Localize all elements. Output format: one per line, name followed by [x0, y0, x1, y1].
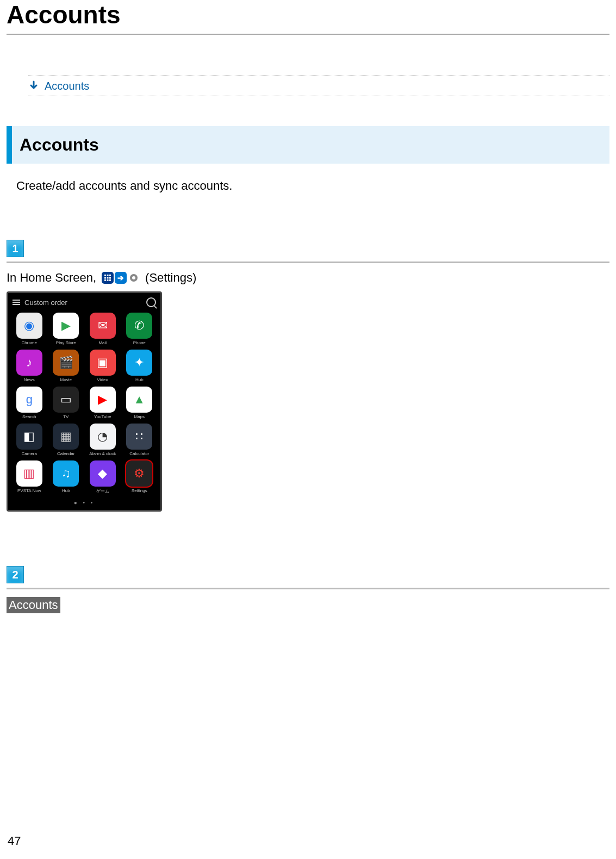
page-number: 47: [8, 834, 21, 848]
phone-app: ▶Play Store: [49, 313, 83, 345]
app-icon: ♪: [16, 350, 42, 376]
app-label: ゲーム: [96, 488, 109, 494]
app-label: Alarm & clock: [89, 451, 116, 456]
svg-rect-1: [107, 275, 109, 276]
app-icon: ▶: [53, 313, 79, 339]
app-icon: ◧: [16, 424, 42, 450]
svg-rect-8: [109, 279, 111, 281]
svg-rect-6: [104, 279, 106, 281]
apps-grid-icon: [102, 272, 114, 284]
app-icon: ◉: [16, 313, 42, 339]
phone-app: gSearch: [13, 387, 46, 419]
step-1-text-suffix: (Settings): [145, 271, 196, 285]
phone-app: ♪News: [13, 350, 46, 382]
step-badge-1: 1: [7, 240, 24, 257]
accounts-menu-item[interactable]: Accounts: [7, 597, 60, 613]
step-1-text-prefix: In Home Screen,: [7, 271, 96, 285]
app-icon: ◆: [90, 460, 116, 487]
app-icon: ▲: [126, 387, 152, 413]
svg-rect-2: [109, 275, 111, 276]
app-label: PVSTA Now: [17, 488, 41, 493]
app-icon: ✆: [126, 313, 152, 339]
down-arrow-icon: [28, 80, 39, 91]
phone-app: ✦Hub: [123, 350, 157, 382]
app-label: Hub: [62, 488, 70, 493]
app-icon: ▶: [90, 387, 116, 413]
app-label: Chrome: [22, 340, 37, 345]
phone-app: ♫Hub: [49, 460, 83, 494]
phone-app: ◆ゲーム: [86, 460, 120, 494]
app-icon: g: [16, 387, 42, 413]
app-icon: ▣: [90, 350, 116, 376]
phone-app: ▲Maps: [123, 387, 157, 419]
toc-link-accounts[interactable]: Accounts: [45, 79, 89, 92]
app-icon: ▭: [53, 387, 79, 413]
app-label: Mail: [98, 340, 107, 345]
toc-row: Accounts: [28, 76, 609, 96]
step-1-instruction: In Home Screen, ➔ (Settin: [7, 271, 609, 285]
step-2: 2 Accounts: [7, 566, 609, 613]
phone-app: ▥PVSTA Now: [13, 460, 46, 494]
phone-app: ▣Video: [86, 350, 120, 382]
app-label: News: [24, 377, 35, 382]
app-label: YouTube: [94, 414, 111, 419]
svg-point-10: [132, 276, 135, 279]
app-label: Camera: [22, 451, 37, 456]
app-icon: ◔: [90, 424, 116, 450]
app-icon: ▥: [16, 460, 42, 487]
phone-statusbar: Custom order: [11, 295, 157, 310]
svg-rect-5: [109, 277, 111, 279]
phone-app: ∷Calculator: [123, 424, 157, 456]
phone-app: ▶YouTube: [86, 387, 120, 419]
app-label: Calculator: [129, 451, 149, 456]
app-icon: 🎬: [53, 350, 79, 376]
app-label: Play Store: [56, 340, 76, 345]
app-icon: ♫: [53, 460, 79, 487]
app-label: Settings: [132, 488, 147, 493]
app-icon: ✉: [90, 313, 116, 339]
svg-rect-4: [107, 277, 109, 279]
app-icon: ▦: [53, 424, 79, 450]
phone-screenshot: Custom order ◉Chrome▶Play Store✉Mail✆Pho…: [7, 291, 162, 512]
page-title: Accounts: [7, 0, 609, 35]
app-label: Video: [97, 377, 108, 382]
phone-app: ◉Chrome: [13, 313, 46, 345]
phone-app: ▭TV: [49, 387, 83, 419]
app-label: Phone: [133, 340, 146, 345]
section-description: Create/add accounts and sync accounts.: [16, 179, 609, 193]
step-badge-2: 2: [7, 566, 24, 583]
step-1: 1 In Home Screen, ➔: [7, 240, 609, 512]
phone-app: ⚙Settings: [123, 460, 157, 494]
phone-app: 🎬Movie: [49, 350, 83, 382]
svg-rect-0: [104, 275, 106, 276]
app-label: Movie: [60, 377, 72, 382]
phone-header-text: Custom order: [24, 298, 67, 307]
app-label: TV: [63, 414, 69, 419]
app-label: Calendar: [57, 451, 74, 456]
menu-icon: [13, 300, 20, 305]
app-icon: ⚙: [126, 460, 152, 487]
phone-app: ✆Phone: [123, 313, 157, 345]
gear-icon: [128, 272, 140, 284]
section-heading: Accounts: [7, 126, 609, 164]
app-icon: ∷: [126, 424, 152, 450]
arrow-right-icon: ➔: [115, 272, 127, 284]
app-label: Hub: [135, 377, 144, 382]
app-icon: ✦: [126, 350, 152, 376]
icon-sequence: ➔: [99, 272, 142, 284]
app-label: Search: [22, 414, 36, 419]
phone-app-grid: ◉Chrome▶Play Store✉Mail✆Phone♪News🎬Movie…: [11, 310, 157, 496]
phone-app: ◧Camera: [13, 424, 46, 456]
divider: [7, 262, 609, 263]
page-indicator-icon: ● • •: [11, 496, 157, 506]
divider: [7, 588, 609, 589]
phone-app: ▦Calendar: [49, 424, 83, 456]
phone-app: ✉Mail: [86, 313, 120, 345]
search-icon: [146, 297, 156, 307]
phone-app: ◔Alarm & clock: [86, 424, 120, 456]
svg-rect-7: [107, 279, 109, 281]
svg-rect-3: [104, 277, 106, 279]
app-label: Maps: [134, 414, 145, 419]
